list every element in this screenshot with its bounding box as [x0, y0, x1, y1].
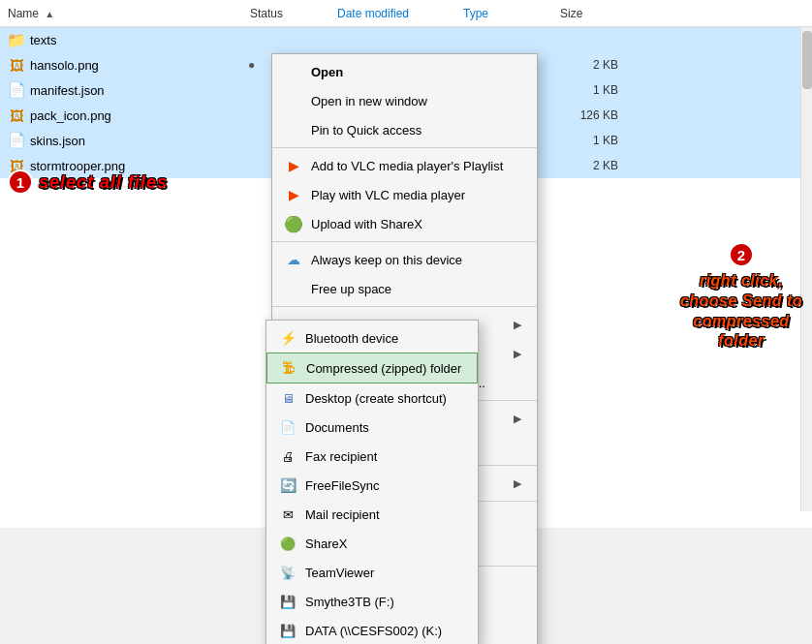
- submenu-label-sharex: ShareX: [305, 537, 347, 551]
- submenu-arrow: ▶: [514, 477, 521, 490]
- col-size-header[interactable]: Size: [560, 7, 628, 20]
- submenu-item-freefilesync[interactable]: 🔄FreeFileSync: [266, 471, 478, 500]
- documents-icon: 📄: [278, 417, 297, 437]
- file-size: 1 KB: [558, 134, 626, 147]
- menu-item-play-vlc[interactable]: ▶Play with VLC media player: [272, 180, 537, 209]
- file-size: 2 KB: [558, 159, 626, 172]
- col-date-header[interactable]: Date modified: [337, 7, 463, 20]
- drive-icon: 💾: [278, 592, 297, 611]
- col-status-label: Status: [250, 7, 283, 20]
- bluetooth-icon: ⚡: [278, 328, 297, 348]
- sharex-sub-icon: 🟢: [278, 534, 297, 553]
- step2-number: 2: [737, 247, 745, 263]
- file-icon: 🖼: [8, 157, 25, 174]
- freefilesync-icon: 🔄: [278, 475, 297, 495]
- vlc-icon: ▶: [284, 185, 303, 204]
- menu-label-add-vlc: Add to VLC media player's Playlist: [311, 159, 503, 173]
- submenu-item-compressed[interactable]: 🗜Compressed (zipped) folder: [266, 353, 478, 383]
- step2-text: right click,choose Send tocompressedfold…: [680, 271, 802, 352]
- menu-label-pin-quick-access: Pin to Quick access: [311, 123, 422, 138]
- desktop-icon: 🖥: [278, 388, 297, 408]
- submenu-item-mail[interactable]: ✉Mail recipient: [266, 500, 478, 529]
- col-type-label: Type: [463, 7, 488, 20]
- submenu-item-teamviewer[interactable]: 📡TeamViewer: [266, 558, 478, 587]
- menu-label-open-new-window: Open in new window: [311, 94, 427, 108]
- col-status-header[interactable]: Status: [250, 7, 337, 20]
- sharex-icon: 🟢: [284, 214, 303, 233]
- file-size: 1 KB: [558, 83, 626, 97]
- file-name: stormtrooper.png: [30, 159, 248, 173]
- menu-label-always-keep: Always keep on this device: [311, 253, 462, 267]
- submenu-label-mail: Mail recipient: [305, 507, 380, 522]
- menu-item-add-vlc[interactable]: ▶Add to VLC media player's Playlist: [272, 151, 537, 180]
- menu-item-upload-sharex[interactable]: 🟢Upload with ShareX: [272, 209, 537, 238]
- submenu-label-compressed: Compressed (zipped) folder: [306, 361, 461, 376]
- scrollbar[interactable]: [800, 27, 812, 511]
- menu-label-upload-sharex: Upload with ShareX: [311, 217, 422, 231]
- col-size-label: Size: [560, 7, 582, 20]
- file-icon: 🖼: [8, 107, 25, 124]
- step2-annotation: 2 right click,choose Send tocompressedfo…: [680, 242, 802, 352]
- file-name: texts: [30, 33, 248, 47]
- menu-label-free-space: Free up space: [311, 282, 391, 296]
- mail-icon: ✉: [278, 505, 297, 524]
- explorer-window: Name ▲ Status Date modified Type Size 📁 …: [0, 0, 812, 644]
- submenu-item-sharex[interactable]: 🟢ShareX: [266, 529, 478, 558]
- col-name-header[interactable]: Name ▲: [8, 7, 250, 20]
- sort-arrow: ▲: [45, 9, 54, 19]
- table-row[interactable]: 📁 texts: [0, 27, 812, 52]
- file-icon: 📄: [8, 81, 25, 99]
- col-name-label: Name: [8, 7, 39, 20]
- menu-label-open: Open: [311, 65, 343, 79]
- drive-icon: 💾: [278, 621, 297, 640]
- fax-icon: 🖨: [278, 446, 297, 466]
- scrollbar-thumb[interactable]: [802, 31, 812, 89]
- menu-icon-open: [284, 62, 303, 81]
- submenu-item-desktop[interactable]: 🖥Desktop (create shortcut): [266, 383, 478, 413]
- menu-separator: [272, 147, 537, 148]
- submenu-item-bluetooth[interactable]: ⚡Bluetooth device: [266, 323, 478, 353]
- col-type-header[interactable]: Type: [463, 7, 560, 20]
- submenu-item-fax[interactable]: 🖨Fax recipient: [266, 442, 478, 471]
- submenu-label-bluetooth: Bluetooth device: [305, 331, 398, 346]
- file-name: hansolo.png: [30, 58, 248, 73]
- menu-icon-free-space: [284, 279, 303, 298]
- submenu-label-data-cesfs002: DATA (\\CESFS002) (K:): [305, 624, 442, 638]
- submenu-label-desktop: Desktop (create shortcut): [305, 391, 447, 406]
- submenu-label-documents: Documents: [305, 420, 369, 435]
- menu-item-free-space[interactable]: Free up space: [272, 274, 537, 303]
- submenu-item-data-cesfs002[interactable]: 💾DATA (\\CESFS002) (K:): [266, 616, 478, 644]
- file-size: 2 KB: [558, 58, 626, 72]
- submenu-label-fax: Fax recipient: [305, 449, 377, 464]
- submenu-arrow: ▶: [514, 319, 521, 331]
- menu-icon-pin-quick-access: [284, 120, 303, 139]
- send-to-submenu: ⚡Bluetooth device🗜Compressed (zipped) fo…: [265, 320, 479, 644]
- col-date-label: Date modified: [337, 7, 409, 20]
- submenu-arrow: ▶: [514, 348, 521, 360]
- submenu-item-documents[interactable]: 📄Documents: [266, 413, 478, 442]
- file-size: 126 KB: [558, 108, 626, 122]
- file-list-header: Name ▲ Status Date modified Type Size: [0, 0, 812, 27]
- menu-separator: [272, 306, 537, 307]
- menu-item-always-keep[interactable]: ☁Always keep on this device: [272, 245, 537, 274]
- submenu-label-smythe3tb: Smythe3TB (F:): [305, 595, 394, 609]
- menu-item-open-new-window[interactable]: Open in new window: [272, 86, 537, 115]
- file-icon: 📁: [8, 31, 25, 48]
- vlc-icon: ▶: [284, 156, 303, 175]
- menu-item-pin-quick-access[interactable]: Pin to Quick access: [272, 115, 537, 144]
- file-icon: 📄: [8, 132, 25, 149]
- menu-separator: [272, 241, 537, 242]
- file-name: pack_icon.png: [30, 108, 248, 123]
- file-icon: 🖼: [8, 56, 25, 74]
- submenu-label-teamviewer: TeamViewer: [305, 566, 374, 580]
- submenu-arrow: ▶: [514, 413, 521, 425]
- zip-icon: 🗜: [279, 358, 298, 378]
- menu-item-open[interactable]: Open: [272, 57, 537, 86]
- teamviewer-icon: 📡: [278, 563, 297, 582]
- file-name: manifest.json: [30, 83, 248, 98]
- submenu-item-smythe3tb[interactable]: 💾Smythe3TB (F:): [266, 587, 478, 616]
- menu-icon-open-new-window: [284, 91, 303, 110]
- step2-circle: 2: [729, 242, 754, 267]
- submenu-label-freefilesync: FreeFileSync: [305, 478, 380, 493]
- cloud-icon: ☁: [284, 250, 303, 269]
